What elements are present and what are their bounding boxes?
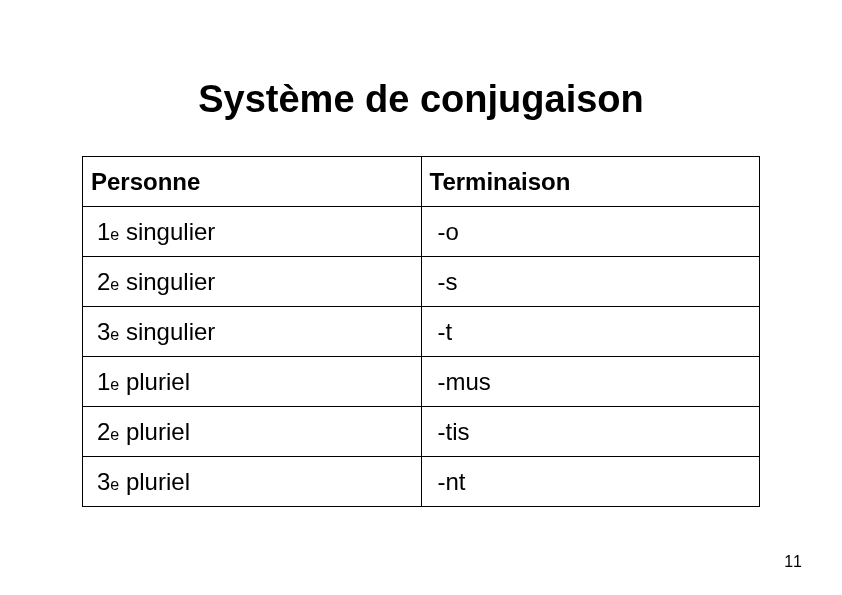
ending-cell: -mus	[421, 357, 760, 407]
header-terminaison: Terminaison	[421, 157, 760, 207]
table-row: 3e singulier -t	[83, 307, 760, 357]
ending-cell: -t	[421, 307, 760, 357]
person-cell: 2e pluriel	[83, 407, 422, 457]
conjugation-table-wrap: Personne Terminaison 1e singulier -o 2e …	[82, 156, 760, 507]
person-cell: 1e singulier	[83, 207, 422, 257]
table-row: 2e singulier -s	[83, 257, 760, 307]
page-number: 11	[784, 553, 802, 571]
ending-cell: -o	[421, 207, 760, 257]
table-row: 1e singulier -o	[83, 207, 760, 257]
table-row: 1e pluriel -mus	[83, 357, 760, 407]
table-header-row: Personne Terminaison	[83, 157, 760, 207]
ending-cell: -s	[421, 257, 760, 307]
table-row: 3e pluriel -nt	[83, 457, 760, 507]
header-personne: Personne	[83, 157, 422, 207]
ending-cell: -nt	[421, 457, 760, 507]
person-cell: 1e pluriel	[83, 357, 422, 407]
table-row: 2e pluriel -tis	[83, 407, 760, 457]
person-cell: 3e pluriel	[83, 457, 422, 507]
person-cell: 3e singulier	[83, 307, 422, 357]
person-cell: 2e singulier	[83, 257, 422, 307]
ending-cell: -tis	[421, 407, 760, 457]
page-title: Système de conjugaison	[0, 78, 842, 121]
conjugation-table: Personne Terminaison 1e singulier -o 2e …	[82, 156, 760, 507]
